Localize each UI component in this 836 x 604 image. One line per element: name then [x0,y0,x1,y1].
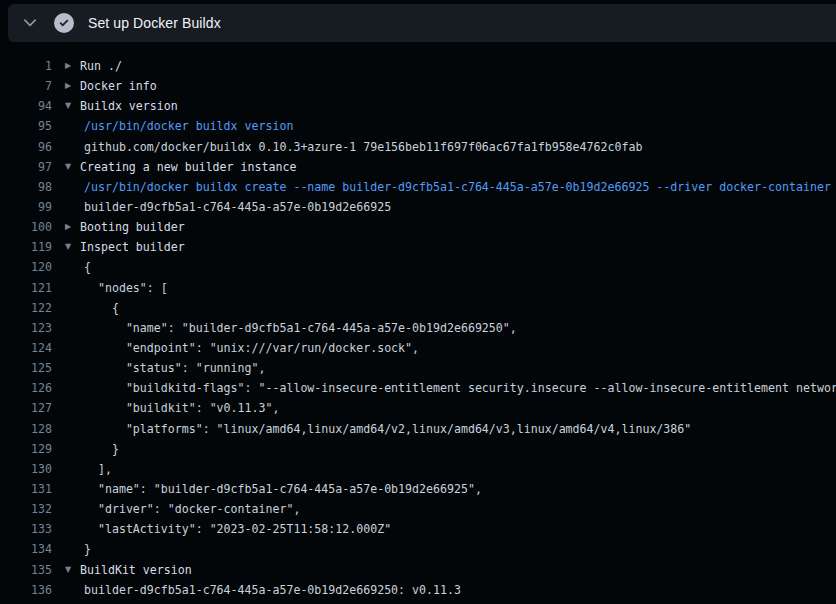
triangle-down-icon[interactable]: ▼ [65,96,80,116]
log-line[interactable]: 135▼BuildKit version [0,560,836,580]
log-line: 132 "driver": "docker-container", [0,499,836,519]
log-line: 133 "lastActivity": "2023-02-25T11:58:12… [0,519,836,539]
line-number[interactable]: 95 [0,116,52,136]
log-group-title: Docker info [80,76,157,96]
log-line: 127 "buildkit": "v0.11.3", [0,398,836,418]
triangle-right-icon[interactable]: ▶ [65,56,80,76]
log-line[interactable]: 100▶Booting builder [0,217,836,237]
log-viewer: 1▶Run ./7▶Docker info94▼Buildx version95… [0,42,836,604]
triangle-down-icon[interactable]: ▼ [65,560,80,580]
log-line: 125 "status": "running", [0,358,836,378]
triangle-right-icon[interactable]: ▶ [65,217,80,237]
log-line: 130 ], [0,459,836,479]
step-title: Set up Docker Buildx [88,15,221,31]
log-group-title: Creating a new builder instance [80,157,296,177]
chevron-down-icon[interactable] [22,15,38,31]
log-command-text: /usr/bin/docker buildx version [84,116,293,136]
line-number[interactable]: 128 [0,419,52,439]
log-line: 129 } [0,439,836,459]
line-number[interactable]: 134 [0,539,52,559]
log-output-text: github.com/docker/buildx 0.10.3+azure-1 … [84,137,642,157]
log-group-title: Run ./ [80,56,122,76]
line-number[interactable]: 98 [0,177,52,197]
log-line: 122 { [0,298,836,318]
triangle-right-icon[interactable]: ▶ [65,76,80,96]
step-header[interactable]: Set up Docker Buildx [8,4,836,42]
log-output-text: "lastActivity": "2023-02-25T11:58:12.000… [84,519,391,539]
log-group-title: Buildx version [80,96,178,116]
line-number[interactable]: 100 [0,217,52,237]
log-line: 96github.com/docker/buildx 0.10.3+azure-… [0,137,836,157]
log-line[interactable]: 94▼Buildx version [0,96,836,116]
log-output-text: "name": "builder-d9cfb5a1-c764-445a-a57e… [84,318,517,338]
log-line[interactable]: 119▼Inspect builder [0,237,836,257]
line-number[interactable]: 129 [0,439,52,459]
line-number[interactable]: 7 [0,76,52,96]
log-line: 131 "name": "builder-d9cfb5a1-c764-445a-… [0,479,836,499]
line-number[interactable]: 1 [0,56,52,76]
check-circle-icon [54,13,74,33]
log-line: 95/usr/bin/docker buildx version [0,116,836,136]
log-output-text: "driver": "docker-container", [84,499,300,519]
log-output-text: { [84,257,91,277]
line-number[interactable]: 122 [0,298,52,318]
log-line: 128 "platforms": "linux/amd64,linux/amd6… [0,419,836,439]
line-number[interactable]: 133 [0,519,52,539]
line-number[interactable]: 135 [0,560,52,580]
log-line: 123 "name": "builder-d9cfb5a1-c764-445a-… [0,318,836,338]
line-number[interactable]: 127 [0,398,52,418]
log-output-text: "platforms": "linux/amd64,linux/amd64/v2… [84,419,691,439]
line-number[interactable]: 132 [0,499,52,519]
log-output-text: builder-d9cfb5a1-c764-445a-a57e-0b19d2e6… [84,197,391,217]
line-number[interactable]: 123 [0,318,52,338]
line-number[interactable]: 131 [0,479,52,499]
log-output-text: "status": "running", [84,358,265,378]
log-output-text: ], [84,459,112,479]
log-group-title: Inspect builder [80,237,185,257]
triangle-down-icon[interactable]: ▼ [65,237,80,257]
line-number[interactable]: 99 [0,197,52,217]
line-number[interactable]: 126 [0,378,52,398]
line-number[interactable]: 96 [0,137,52,157]
line-number[interactable]: 136 [0,580,52,600]
log-group-title: Booting builder [80,217,185,237]
log-line: 120{ [0,257,836,277]
triangle-down-icon[interactable]: ▼ [65,157,80,177]
log-command-text: /usr/bin/docker buildx create --name bui… [84,177,831,197]
line-number[interactable]: 130 [0,459,52,479]
log-line: 121 "nodes": [ [0,278,836,298]
log-output-text: builder-d9cfb5a1-c764-445a-a57e-0b19d2e6… [84,580,461,600]
line-number[interactable]: 94 [0,96,52,116]
line-number[interactable]: 124 [0,338,52,358]
log-line[interactable]: 7▶Docker info [0,76,836,96]
log-line: 98/usr/bin/docker buildx create --name b… [0,177,836,197]
log-output-text: "name": "builder-d9cfb5a1-c764-445a-a57e… [84,479,482,499]
log-output-text: } [84,439,119,459]
log-output-text: "buildkitd-flags": "--allow-insecure-ent… [84,378,836,398]
log-line: 99builder-d9cfb5a1-c764-445a-a57e-0b19d2… [0,197,836,217]
log-group-title: BuildKit version [80,560,192,580]
line-number[interactable]: 119 [0,237,52,257]
log-line: 126 "buildkitd-flags": "--allow-insecure… [0,378,836,398]
log-output-text: "endpoint": "unix:///var/run/docker.sock… [84,338,419,358]
log-line: 124 "endpoint": "unix:///var/run/docker.… [0,338,836,358]
log-line[interactable]: 97▼Creating a new builder instance [0,157,836,177]
line-number[interactable]: 120 [0,257,52,277]
log-output-text: } [84,539,91,559]
log-output-text: { [84,298,119,318]
log-line: 134} [0,539,836,559]
log-output-text: "buildkit": "v0.11.3", [84,398,279,418]
log-line[interactable]: 1▶Run ./ [0,56,836,76]
line-number[interactable]: 97 [0,157,52,177]
log-output-text: "nodes": [ [84,278,168,298]
line-number[interactable]: 121 [0,278,52,298]
line-number[interactable]: 125 [0,358,52,378]
log-line: 136builder-d9cfb5a1-c764-445a-a57e-0b19d… [0,580,836,600]
